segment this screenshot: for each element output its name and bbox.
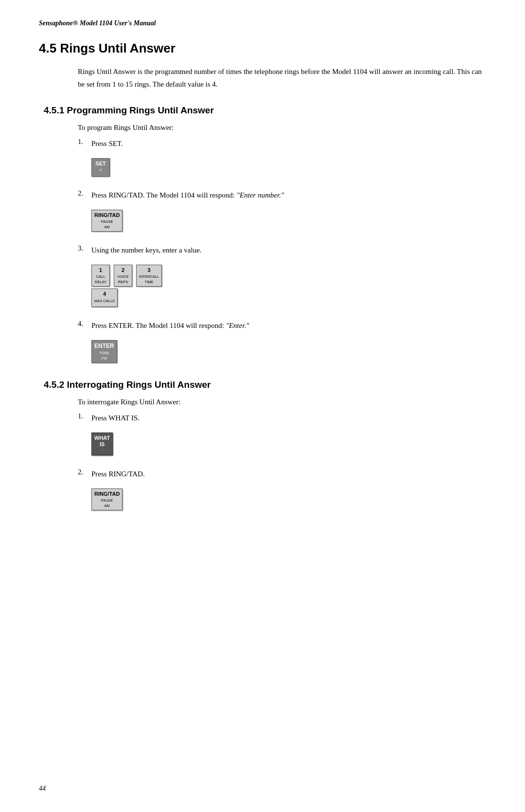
step-1-text: Press SET. xyxy=(91,138,486,149)
header-text: Sensaphone® Model 1104 User's Manual xyxy=(39,19,156,27)
section-title: 4.5 Rings Until Answer xyxy=(39,41,486,56)
step-4: 4. Press ENTER. The Model 1104 will resp… xyxy=(78,320,486,364)
page-number: 44 xyxy=(39,785,46,792)
page-header: Sensaphone® Model 1104 User's Manual xyxy=(39,19,486,27)
step-2-2-button-area: RING/TAD PAUSE AM xyxy=(91,488,486,510)
step-2-1-num: 1. xyxy=(78,412,91,420)
step-3: 3. Using the number keys, enter a value.… xyxy=(78,244,486,309)
key-1: 1 CALL DELAY xyxy=(91,265,110,287)
set-button: SET # xyxy=(91,158,110,177)
subsection-1: 4.5.1 Programming Rings Until Answer To … xyxy=(39,105,486,365)
subsection-2-content: To interrogate Rings Until Answer: 1. Pr… xyxy=(78,398,486,513)
step-2-1-text: Press WHAT IS. xyxy=(91,412,486,424)
subsection-1-content: To program Rings Until Answer: 1. Press … xyxy=(78,124,486,365)
page-footer: 44 xyxy=(39,785,46,793)
step-2-button-area: RING/TAD PAUSE AM xyxy=(91,210,486,232)
key-2: 2 VOICE REPS xyxy=(114,265,132,287)
subsection-1-title: 4.5.1 Programming Rings Until Answer xyxy=(44,105,486,116)
step-2-2: 2. Press RING/TAD. RING/TAD PAUSE AM xyxy=(78,468,486,512)
step-2-1-button-area: WHAT IS * xyxy=(91,433,486,455)
numkeys-bottom: 4 MAX CALLS xyxy=(91,289,486,307)
step-2-num: 2. xyxy=(78,189,91,198)
step-2-2-text: Press RING/TAD. xyxy=(91,468,486,480)
subsection-1-intro: To program Rings Until Answer: xyxy=(78,124,486,132)
ringtad-button-2: RING/TAD PAUSE AM xyxy=(91,488,122,510)
step-3-num: 3. xyxy=(78,244,91,253)
step-2-1: 1. Press WHAT IS. WHAT IS * xyxy=(78,412,486,457)
step-list-1: 1. Press SET. SET # 2. Press RING/TAD. T… xyxy=(78,138,486,365)
enter-button: ENTER TONE PM xyxy=(91,340,117,362)
ringtad-button-1: RING/TAD PAUSE AM xyxy=(91,210,122,232)
key-3: 3 INTERCALL TIME xyxy=(136,265,162,287)
step-2-text: Press RING/TAD. The Model 1104 will resp… xyxy=(91,189,486,201)
step-3-button-area: 1 CALL DELAY 2 VOICE REPS 3 xyxy=(91,265,486,307)
numkeys: 1 CALL DELAY 2 VOICE REPS 3 xyxy=(91,265,486,307)
step-1: 1. Press SET. SET # xyxy=(78,138,486,179)
step-1-num: 1. xyxy=(78,138,91,146)
subsection-2-title: 4.5.2 Interrogating Rings Until Answer xyxy=(44,379,486,390)
step-3-text: Using the number keys, enter a value. xyxy=(91,244,486,256)
subsection-2: 4.5.2 Interrogating Rings Until Answer T… xyxy=(39,379,486,513)
step-1-button-area: SET # xyxy=(91,158,486,177)
step-4-num: 4. xyxy=(78,320,91,328)
section-intro: Rings Until Answer is the programmed num… xyxy=(78,66,486,90)
step-4-button-area: ENTER TONE PM xyxy=(91,340,486,362)
step-4-text: Press ENTER. The Model 1104 will respond… xyxy=(91,320,486,331)
subsection-2-intro: To interrogate Rings Until Answer: xyxy=(78,398,486,406)
main-section: 4.5 Rings Until Answer Rings Until Answe… xyxy=(39,41,486,90)
key-4: 4 MAX CALLS xyxy=(91,289,118,307)
step-2-2-num: 2. xyxy=(78,468,91,476)
whatis-button: WHAT IS * xyxy=(91,433,113,455)
step-2: 2. Press RING/TAD. The Model 1104 will r… xyxy=(78,189,486,234)
numkeys-top: 1 CALL DELAY 2 VOICE REPS 3 xyxy=(91,265,486,287)
step-list-2: 1. Press WHAT IS. WHAT IS * 2. Press RIN… xyxy=(78,412,486,513)
